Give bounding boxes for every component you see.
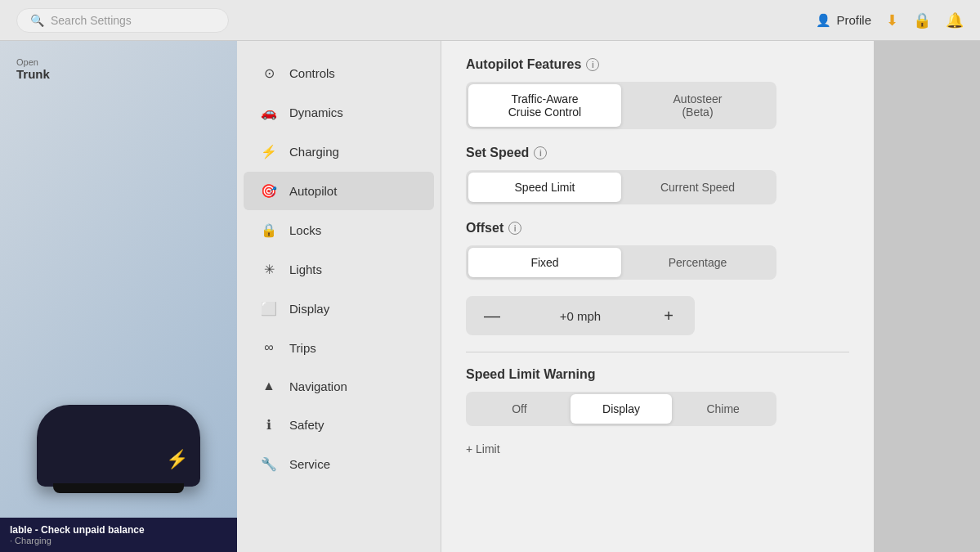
speed-control: — +0 mph + <box>466 296 695 335</box>
trips-icon: ∞ <box>260 340 278 355</box>
notification-title: lable - Check unpaid balance <box>10 524 227 536</box>
autosteer-button[interactable]: Autosteer(Beta) <box>621 84 774 127</box>
trunk-label-area: Open Trunk <box>16 57 50 81</box>
speed-limit-warning-section: Speed Limit Warning <box>466 367 849 382</box>
sidebar: ⊙ Controls 🚗 Dynamics ⚡ Charging 🎯 Autop… <box>237 41 441 552</box>
autopilot-features-label: Autopilot Features <box>466 57 581 72</box>
speed-value-display: +0 mph <box>518 309 642 323</box>
lights-icon: ✳ <box>260 262 278 277</box>
speed-increase-button[interactable]: + <box>656 303 682 329</box>
speed-limit-warning-label: Speed Limit Warning <box>466 367 596 382</box>
sidebar-item-service-label: Service <box>289 457 330 471</box>
car-image <box>0 405 237 487</box>
speed-decrease-button[interactable]: — <box>479 303 505 329</box>
sidebar-item-lights[interactable]: ✳ Lights <box>244 250 434 289</box>
fixed-button[interactable]: Fixed <box>468 248 621 277</box>
controls-icon: ⊙ <box>260 65 278 81</box>
current-speed-button[interactable]: Current Speed <box>621 173 774 202</box>
search-input-placeholder: Search Settings <box>51 14 132 27</box>
lightning-icon: ⚡ <box>166 449 188 470</box>
download-icon[interactable]: ⬇ <box>886 11 898 29</box>
sidebar-item-safety[interactable]: ℹ Safety <box>244 406 434 444</box>
sidebar-item-controls[interactable]: ⊙ Controls <box>244 54 434 92</box>
set-speed-info-icon[interactable]: i <box>534 146 547 159</box>
sidebar-item-trips-label: Trips <box>289 341 316 355</box>
sidebar-item-navigation[interactable]: ▲ Navigation <box>244 367 434 405</box>
percentage-button[interactable]: Percentage <box>621 248 774 277</box>
notification-bar: lable - Check unpaid balance · Charging <box>0 518 237 552</box>
profile-icon: 👤 <box>816 13 831 28</box>
trunk-open-label: Open <box>16 57 50 67</box>
set-speed-toggle-group: Speed Limit Current Speed <box>466 170 776 204</box>
charging-icon: ⚡ <box>260 144 278 159</box>
sidebar-item-display[interactable]: ⬜ Display <box>244 289 434 328</box>
sidebar-item-navigation-label: Navigation <box>289 379 347 393</box>
bell-icon[interactable]: 🔔 <box>946 11 964 29</box>
sidebar-item-charging-label: Charging <box>289 145 339 159</box>
autopilot-feature-toggle-group: Traffic-AwareCruise Control Autosteer(Be… <box>466 82 776 129</box>
sidebar-item-autopilot-label: Autopilot <box>289 184 337 198</box>
content-area: Autopilot Features i Traffic-AwareCruise… <box>441 41 874 552</box>
sidebar-item-autopilot[interactable]: 🎯 Autopilot <box>244 172 434 210</box>
locks-icon: 🔒 <box>260 222 278 238</box>
set-speed-section: Set Speed i <box>466 146 849 160</box>
offset-label: Offset <box>466 221 503 236</box>
offset-toggle-group: Fixed Percentage <box>466 245 776 280</box>
display-icon: ⬜ <box>260 301 278 316</box>
notification-sub: · Charging <box>10 536 227 545</box>
limit-label: + Limit <box>466 442 849 456</box>
profile-button[interactable]: 👤 Profile <box>816 13 871 28</box>
main-layout: Open Trunk ⚡ lable - Check unpaid balanc… <box>0 41 980 552</box>
lock-icon[interactable]: 🔒 <box>913 11 931 29</box>
profile-label: Profile <box>836 13 871 27</box>
cruise-control-button[interactable]: Traffic-AwareCruise Control <box>468 84 621 127</box>
sidebar-item-trips[interactable]: ∞ Trips <box>244 329 434 366</box>
safety-icon: ℹ <box>260 417 278 433</box>
dynamics-icon: 🚗 <box>260 105 278 120</box>
sidebar-item-display-label: Display <box>289 302 329 316</box>
trunk-label: Trunk <box>16 67 50 81</box>
car-shape <box>37 405 200 487</box>
sidebar-item-charging[interactable]: ⚡ Charging <box>244 132 434 171</box>
chime-button[interactable]: Chime <box>672 394 774 424</box>
offset-section: Offset i <box>466 221 849 236</box>
display-button[interactable]: Display <box>571 394 673 424</box>
offset-info-icon[interactable]: i <box>508 222 521 235</box>
search-area[interactable]: 🔍 Search Settings <box>16 8 229 33</box>
autopilot-features-section: Autopilot Features i <box>466 57 849 72</box>
service-icon: 🔧 <box>260 456 278 472</box>
sidebar-item-dynamics-label: Dynamics <box>289 105 343 119</box>
autopilot-icon: 🎯 <box>260 183 278 199</box>
off-button[interactable]: Off <box>468 394 571 424</box>
right-panel <box>874 41 980 552</box>
sidebar-item-service[interactable]: 🔧 Service <box>244 445 434 483</box>
speed-limit-button[interactable]: Speed Limit <box>468 173 621 202</box>
search-icon: 🔍 <box>30 14 44 27</box>
sidebar-item-safety-label: Safety <box>289 418 324 432</box>
left-panel: Open Trunk ⚡ lable - Check unpaid balanc… <box>0 41 237 552</box>
speed-limit-warning-toggle-group: Off Display Chime <box>466 392 776 426</box>
sidebar-item-controls-label: Controls <box>289 66 335 80</box>
set-speed-label: Set Speed <box>466 146 529 160</box>
sidebar-item-dynamics[interactable]: 🚗 Dynamics <box>244 93 434 132</box>
section-divider <box>466 352 849 352</box>
sidebar-item-locks-label: Locks <box>289 223 321 237</box>
top-right-icons: 👤 Profile ⬇ 🔒 🔔 <box>816 11 964 29</box>
top-bar: 🔍 Search Settings 👤 Profile ⬇ 🔒 🔔 <box>0 0 980 41</box>
navigation-icon: ▲ <box>260 379 278 393</box>
sidebar-item-lights-label: Lights <box>289 263 322 276</box>
sidebar-item-locks[interactable]: 🔒 Locks <box>244 211 434 249</box>
autopilot-features-info-icon[interactable]: i <box>586 58 599 71</box>
